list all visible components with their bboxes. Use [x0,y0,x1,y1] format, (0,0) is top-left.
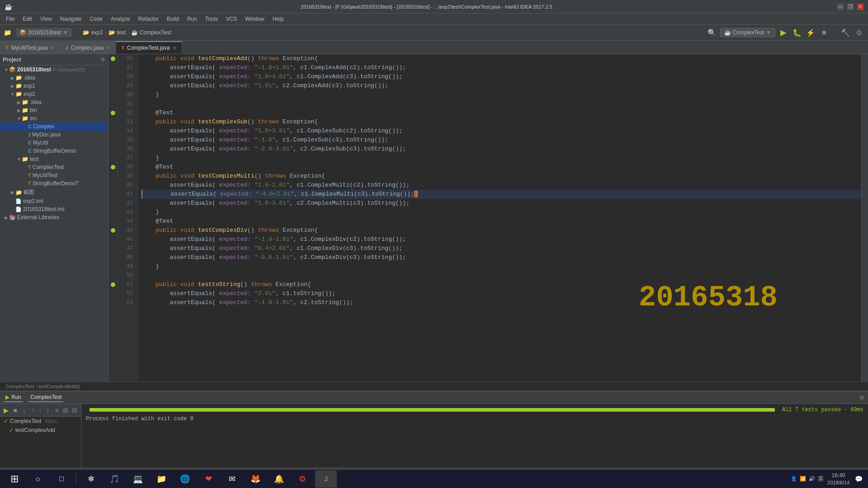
tree-item-exp2[interactable]: ▼ 📁 exp2 [0,90,108,98]
tree-item-screenshots[interactable]: ▶ 📁 截图 [0,188,108,197]
tree-item-stringbufferdemo-test[interactable]: T StringBufferDemoT [0,179,108,188]
menu-navigate[interactable]: Navigate [57,15,85,23]
tree-item-root[interactable]: ▼ 📦 20165318test F:\Git\java\201 [0,66,108,74]
taskbar-firefox[interactable]: 🦊 [245,470,266,488]
taskbar-music-app[interactable]: 🎵 [104,470,125,488]
run-rerun-button[interactable]: ▶ [3,406,10,415]
run-button[interactable]: ▶ [778,27,789,38]
close-button[interactable]: ✕ [857,4,863,10]
menu-help[interactable]: Help [269,15,288,23]
bottom-tab-complextest[interactable]: ComplexTest [28,393,63,402]
settings-button[interactable]: ⚙ [854,27,864,38]
task-view-button[interactable]: □ [51,470,72,488]
project-selector[interactable]: 📦 20165318test ▼ [16,28,72,37]
menu-window[interactable]: Window [241,15,268,23]
debug-button[interactable]: 🐛 [792,27,802,38]
run-gutter-line-26 [108,54,117,63]
tab-myutiltest-close[interactable]: ✕ [50,45,54,50]
menu-build[interactable]: Build [163,15,183,23]
tree-item-complextest[interactable]: T ComplexTest [0,163,108,171]
taskbar-red-app[interactable]: ❤ [198,470,219,488]
taskbar-file-explorer[interactable]: 📁 [151,470,172,488]
tree-item-exp1[interactable]: ▶ 📁 exp1 [0,82,108,90]
code-line-45: public void testComplexDiv() throws Exce… [142,226,861,235]
menu-refactor[interactable]: Refactor [135,15,162,23]
tree-item-myutiltest[interactable]: T MyUtilTest [0,171,108,179]
run-stop-button[interactable]: ■ [12,406,19,415]
run-dot-38[interactable] [111,165,115,169]
tree-item-external-libs[interactable]: ▶ 📚 External Libraries [0,213,108,221]
run-expand-all-button[interactable]: ⊞ [62,406,69,415]
menu-tools[interactable]: Tools [202,15,222,23]
run-dot-32[interactable] [111,111,115,115]
menu-run[interactable]: Run [184,15,201,23]
run-scroll-down-button[interactable]: ↓ [21,406,28,415]
run-tree-testcomplexadd[interactable]: ✓ testComplexAdd [0,426,81,435]
minimize-button[interactable]: — [837,4,844,10]
tree-item-exp2-idea[interactable]: ▶ 📁 .idea [0,98,108,106]
run-gutter-line-51 [108,280,117,289]
taskbar-web-app[interactable]: 🌐 [174,470,196,488]
taskbar-snow-app[interactable]: ❄ [80,470,102,488]
run-dot-45[interactable] [111,228,115,233]
tab-complex-close[interactable]: ✕ [106,45,110,50]
taskbar-circle-app[interactable]: ⚙ [292,470,313,488]
run-status-text: All 7 tests passed - 60ms [782,407,863,413]
tree-item-bin[interactable]: ▶ 📁 bin [0,106,108,114]
breadcrumb-complextest[interactable]: ComplexTest [140,29,171,36]
run-filter-button[interactable]: ≡ [53,406,61,415]
tree-item-complex[interactable]: C Complex [0,122,108,131]
run-collapse-all-button[interactable]: ⊟ [71,406,78,415]
editor-breadcrumb: ComplexTest › testComplexMulti() [0,382,868,391]
run-sort-button[interactable]: ↕ [44,406,52,415]
build-button[interactable]: 🔨 [840,27,851,38]
run-gutter-line-38 [108,163,117,172]
code-editor[interactable]: 20165318 [108,54,868,382]
menu-edit[interactable]: Edit [19,15,36,23]
tab-complextest-close[interactable]: ✕ [173,46,176,51]
run-dot-51[interactable] [111,282,115,287]
tree-item-src[interactable]: ▼ 📁 src [0,114,108,122]
bottom-settings-button[interactable]: ⚙ [859,394,864,401]
stop-button[interactable]: ■ [819,27,830,38]
search-everywhere-button[interactable]: 🔍 [707,27,717,38]
taskbar-java-ide[interactable]: J [315,470,337,488]
run-scroll-up-button[interactable]: ↑ [29,406,37,415]
maximize-button[interactable]: ❐ [847,4,854,10]
menu-view[interactable]: View [37,15,56,23]
breadcrumb-exp2[interactable]: exp2 [91,29,103,36]
project-panel-settings[interactable]: ⚙ [100,56,105,63]
notification-button[interactable]: 💬 [853,475,864,483]
task-search-button[interactable]: ○ [27,470,49,488]
tray-input-lang[interactable]: 英 [818,475,824,483]
menu-code[interactable]: Code [86,15,106,23]
project-panel: Project ⚙ ▼ 📦 20165318test F:\Git\java\2… [0,54,108,382]
menu-analyze[interactable]: Analyze [107,15,134,23]
taskbar-chat-app[interactable]: ✉ [221,470,243,488]
run-tree-complextest[interactable]: ✓ ComplexTest 60ms [0,417,81,426]
code-lines[interactable]: public void testComplexAdd() throws Exce… [138,54,861,382]
taskbar-clock[interactable]: 16:40 2018/8/14 [827,472,849,486]
tab-complextest[interactable]: T ComplexTest.java ✕ [116,41,182,54]
run-dot-26[interactable] [111,56,115,61]
bottom-tab-run[interactable]: ▶ Run [4,393,23,402]
code-line-42: assertEquals( expected: "1.0-3.0i", c2.C… [142,199,861,208]
taskbar-system-tray: 👤 📶 🔊 英 16:40 2018/8/14 💬 [791,472,864,486]
tree-item-myutil[interactable]: C MyUtil [0,139,108,147]
tree-item-exp2-iml[interactable]: 📄 exp2.iml [0,197,108,205]
tree-item-mydoc[interactable]: J MyDoc.java [0,131,108,139]
tree-item-idea[interactable]: ▶ 📁 .idea [0,74,108,82]
taskbar-bell-app[interactable]: 🔔 [268,470,290,488]
tree-item-project-iml[interactable]: 📄 20165318test.iml [0,205,108,213]
taskbar-laptop-app[interactable]: 💻 [127,470,149,488]
tree-item-stringbufferdemo[interactable]: C StringBufferDemo [0,147,108,155]
tree-item-test[interactable]: ▼ 📁 test [0,155,108,163]
tab-myutiltest[interactable]: T MyUtilTest.java ✕ [0,41,60,54]
menu-file[interactable]: File [2,15,18,23]
start-button[interactable]: ⊞ [4,470,25,488]
coverage-button[interactable]: ⚡ [805,27,816,38]
breadcrumb-test[interactable]: test [117,29,126,36]
run-configuration[interactable]: ☕ ComplexTest ▼ [720,28,775,37]
tab-complex[interactable]: J Complex.java ✕ [60,41,116,54]
menu-vcs[interactable]: VCS [222,15,241,23]
